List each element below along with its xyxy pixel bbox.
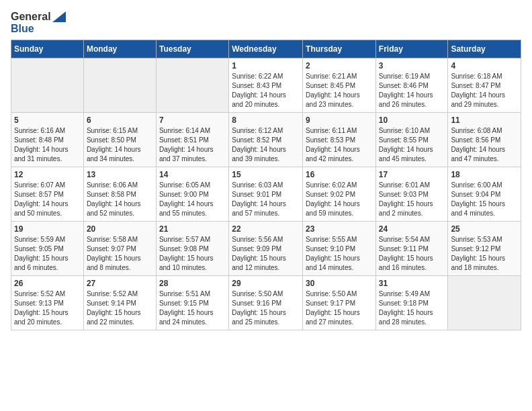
- day-info: Sunrise: 6:16 AMSunset: 8:48 PMDaylight:…: [14, 126, 81, 164]
- day-number: 25: [451, 224, 518, 234]
- day-number: 2: [306, 61, 373, 71]
- day-info: Sunrise: 5:56 AMSunset: 9:09 PMDaylight:…: [232, 235, 300, 273]
- day-info: Sunrise: 6:05 AMSunset: 9:00 PMDaylight:…: [159, 181, 226, 218]
- day-info: Sunrise: 6:18 AMSunset: 8:47 PMDaylight:…: [451, 72, 518, 109]
- day-number: 29: [232, 279, 300, 288]
- day-number: 30: [306, 279, 373, 288]
- calendar-cell: 1Sunrise: 6:22 AMSunset: 8:43 PMDaylight…: [229, 58, 303, 113]
- day-info: Sunrise: 6:14 AMSunset: 8:51 PMDaylight:…: [159, 126, 226, 164]
- day-number: 23: [306, 224, 373, 234]
- calendar-cell: 6Sunrise: 6:15 AMSunset: 8:50 PMDaylight…: [83, 113, 156, 167]
- calendar-cell: 21Sunrise: 5:57 AMSunset: 9:08 PMDayligh…: [156, 222, 228, 276]
- calendar-cell: 23Sunrise: 5:55 AMSunset: 9:10 PMDayligh…: [303, 222, 376, 276]
- day-number: 17: [379, 170, 445, 179]
- day-info: Sunrise: 5:58 AMSunset: 9:07 PMDaylight:…: [87, 235, 153, 273]
- day-info: Sunrise: 6:15 AMSunset: 8:50 PMDaylight:…: [87, 126, 153, 164]
- day-info: Sunrise: 6:12 AMSunset: 8:52 PMDaylight:…: [232, 126, 300, 164]
- calendar-cell: 29Sunrise: 5:50 AMSunset: 9:16 PMDayligh…: [229, 276, 303, 330]
- day-number: 19: [14, 224, 81, 234]
- day-info: Sunrise: 6:06 AMSunset: 8:58 PMDaylight:…: [87, 181, 153, 218]
- calendar-cell: 7Sunrise: 6:14 AMSunset: 8:51 PMDaylight…: [156, 113, 228, 167]
- day-info: Sunrise: 6:10 AMSunset: 8:55 PMDaylight:…: [379, 126, 445, 164]
- logo-general-text: General: [11, 11, 66, 23]
- day-info: Sunrise: 6:02 AMSunset: 9:02 PMDaylight:…: [306, 181, 373, 218]
- day-number: 27: [87, 279, 153, 288]
- calendar-cell: 3Sunrise: 6:19 AMSunset: 8:46 PMDaylight…: [375, 58, 448, 113]
- day-number: 22: [232, 224, 300, 234]
- calendar-cell: [83, 58, 156, 113]
- calendar-cell: [156, 58, 228, 113]
- calendar-cell: 13Sunrise: 6:06 AMSunset: 8:58 PMDayligh…: [83, 167, 156, 222]
- calendar-cell: 12Sunrise: 6:07 AMSunset: 8:57 PMDayligh…: [11, 167, 84, 222]
- day-info: Sunrise: 5:50 AMSunset: 9:17 PMDaylight:…: [306, 289, 373, 327]
- calendar-cell: 26Sunrise: 5:52 AMSunset: 9:13 PMDayligh…: [11, 276, 84, 330]
- calendar-cell: 11Sunrise: 6:08 AMSunset: 8:56 PMDayligh…: [448, 113, 521, 167]
- day-number: 20: [87, 224, 153, 234]
- logo: General Blue: [11, 11, 66, 34]
- day-info: Sunrise: 5:52 AMSunset: 9:13 PMDaylight:…: [14, 289, 81, 327]
- day-info: Sunrise: 5:59 AMSunset: 9:05 PMDaylight:…: [14, 235, 81, 273]
- day-number: 8: [232, 116, 300, 125]
- day-number: 15: [232, 170, 300, 179]
- day-number: 31: [379, 279, 445, 288]
- logo-blue-text: Blue: [11, 23, 66, 35]
- day-number: 21: [159, 224, 226, 234]
- day-info: Sunrise: 5:49 AMSunset: 9:18 PMDaylight:…: [379, 289, 445, 327]
- day-info: Sunrise: 6:22 AMSunset: 8:43 PMDaylight:…: [232, 72, 300, 109]
- calendar-cell: 14Sunrise: 6:05 AMSunset: 9:00 PMDayligh…: [156, 167, 228, 222]
- calendar-cell: 27Sunrise: 5:52 AMSunset: 9:14 PMDayligh…: [83, 276, 156, 330]
- day-info: Sunrise: 5:57 AMSunset: 9:08 PMDaylight:…: [159, 235, 226, 273]
- calendar-cell: 19Sunrise: 5:59 AMSunset: 9:05 PMDayligh…: [11, 222, 84, 276]
- day-number: 26: [14, 279, 81, 288]
- day-number: 3: [379, 61, 445, 71]
- calendar-week-3: 12Sunrise: 6:07 AMSunset: 8:57 PMDayligh…: [11, 167, 521, 222]
- day-info: Sunrise: 6:11 AMSunset: 8:53 PMDaylight:…: [306, 126, 373, 164]
- calendar-cell: 5Sunrise: 6:16 AMSunset: 8:48 PMDaylight…: [11, 113, 84, 167]
- calendar-week-4: 19Sunrise: 5:59 AMSunset: 9:05 PMDayligh…: [11, 222, 521, 276]
- weekday-header-sunday: Sunday: [11, 40, 84, 58]
- calendar-cell: [448, 276, 521, 330]
- calendar-cell: 15Sunrise: 6:03 AMSunset: 9:01 PMDayligh…: [229, 167, 303, 222]
- day-number: 13: [87, 170, 153, 179]
- calendar-table: SundayMondayTuesdayWednesdayThursdayFrid…: [11, 40, 521, 330]
- day-number: 7: [159, 116, 226, 125]
- calendar-cell: 31Sunrise: 5:49 AMSunset: 9:18 PMDayligh…: [375, 276, 448, 330]
- calendar-cell: [11, 58, 84, 113]
- day-number: 10: [379, 116, 445, 125]
- day-info: Sunrise: 6:00 AMSunset: 9:04 PMDaylight:…: [451, 181, 518, 218]
- day-number: 11: [451, 116, 518, 125]
- weekday-header-saturday: Saturday: [448, 40, 521, 58]
- day-info: Sunrise: 6:21 AMSunset: 8:45 PMDaylight:…: [306, 72, 373, 109]
- calendar-cell: 2Sunrise: 6:21 AMSunset: 8:45 PMDaylight…: [303, 58, 376, 113]
- calendar-cell: 9Sunrise: 6:11 AMSunset: 8:53 PMDaylight…: [303, 113, 376, 167]
- calendar-cell: 16Sunrise: 6:02 AMSunset: 9:02 PMDayligh…: [303, 167, 376, 222]
- weekday-header-monday: Monday: [83, 40, 156, 58]
- calendar-cell: 24Sunrise: 5:54 AMSunset: 9:11 PMDayligh…: [375, 222, 448, 276]
- day-number: 4: [451, 61, 518, 71]
- day-info: Sunrise: 6:03 AMSunset: 9:01 PMDaylight:…: [232, 181, 300, 218]
- day-info: Sunrise: 5:50 AMSunset: 9:16 PMDaylight:…: [232, 289, 300, 327]
- weekday-header-friday: Friday: [375, 40, 448, 58]
- calendar-cell: 17Sunrise: 6:01 AMSunset: 9:03 PMDayligh…: [375, 167, 448, 222]
- day-number: 16: [306, 170, 373, 179]
- calendar-cell: 28Sunrise: 5:51 AMSunset: 9:15 PMDayligh…: [156, 276, 228, 330]
- day-number: 9: [306, 116, 373, 125]
- weekday-header-wednesday: Wednesday: [229, 40, 303, 58]
- calendar-week-1: 1Sunrise: 6:22 AMSunset: 8:43 PMDaylight…: [11, 58, 521, 113]
- page-header: General Blue: [11, 11, 521, 34]
- day-info: Sunrise: 5:54 AMSunset: 9:11 PMDaylight:…: [379, 235, 445, 273]
- svg-marker-0: [52, 11, 66, 22]
- day-number: 6: [87, 116, 153, 125]
- day-number: 1: [232, 61, 300, 71]
- calendar-cell: 18Sunrise: 6:00 AMSunset: 9:04 PMDayligh…: [448, 167, 521, 222]
- calendar-cell: 30Sunrise: 5:50 AMSunset: 9:17 PMDayligh…: [303, 276, 376, 330]
- calendar-cell: 22Sunrise: 5:56 AMSunset: 9:09 PMDayligh…: [229, 222, 303, 276]
- calendar-cell: 25Sunrise: 5:53 AMSunset: 9:12 PMDayligh…: [448, 222, 521, 276]
- logo-arrow-icon: [52, 11, 66, 22]
- day-number: 14: [159, 170, 226, 179]
- day-info: Sunrise: 5:53 AMSunset: 9:12 PMDaylight:…: [451, 235, 518, 273]
- day-info: Sunrise: 6:08 AMSunset: 8:56 PMDaylight:…: [451, 126, 518, 164]
- calendar-cell: 4Sunrise: 6:18 AMSunset: 8:47 PMDaylight…: [448, 58, 521, 113]
- day-info: Sunrise: 6:01 AMSunset: 9:03 PMDaylight:…: [379, 181, 445, 218]
- day-info: Sunrise: 5:55 AMSunset: 9:10 PMDaylight:…: [306, 235, 373, 273]
